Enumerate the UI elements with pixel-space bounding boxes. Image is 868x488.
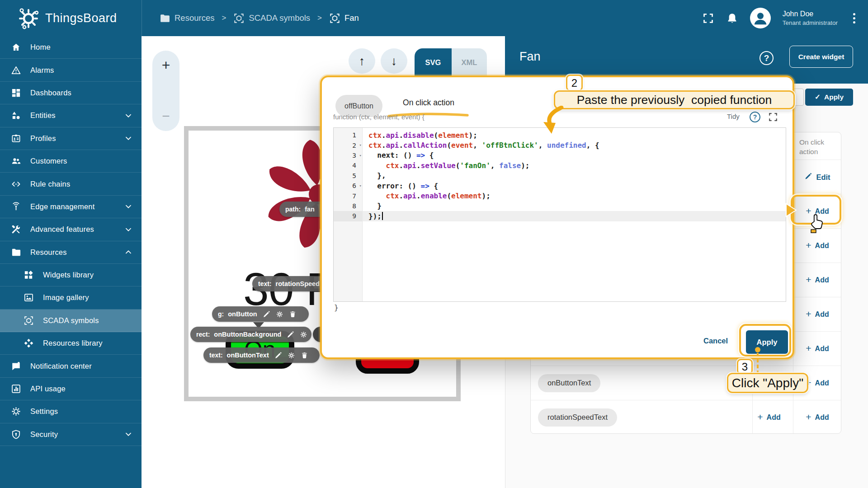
- add-value-action-button[interactable]: +Add: [757, 413, 780, 422]
- scada-icon: [233, 13, 245, 24]
- element-chip-rotationspeedtext[interactable]: rotationSpeedText: [538, 408, 617, 427]
- fold-caret-icon[interactable]: ▾: [359, 143, 362, 147]
- move-up-button[interactable]: ↑: [349, 48, 375, 74]
- sidebar-item-rule-chains[interactable]: Rule chains: [0, 173, 142, 195]
- zoom-out-button[interactable]: −: [152, 108, 179, 124]
- code-line-4[interactable]: 4 ctx.api.setValue('fanOn', false);: [334, 160, 786, 170]
- tidy-button[interactable]: Tidy: [727, 113, 740, 120]
- sidebar-item-image-gallery[interactable]: Image gallery: [0, 286, 142, 309]
- add-label: Add: [815, 276, 829, 284]
- sidebar-item-home[interactable]: Home: [0, 36, 142, 59]
- add-click-action-button[interactable]: +Add: [806, 310, 829, 319]
- add-arrow: [785, 202, 797, 218]
- add-click-action-button[interactable]: +Add: [806, 378, 829, 388]
- apply-highlight: [739, 324, 791, 357]
- tab-svg[interactable]: SVG: [415, 48, 452, 76]
- move-down-button[interactable]: ↓: [381, 48, 407, 74]
- sidebar-item-security[interactable]: Security: [0, 423, 142, 446]
- connector-dashed-line: [757, 353, 759, 374]
- step-2-badge: 2: [566, 75, 583, 91]
- connector-dot: [755, 347, 760, 352]
- sidebar-item-notification-center[interactable]: Notification center: [0, 355, 142, 377]
- sidebar-item-scada-symbols[interactable]: SCADA symbols: [0, 310, 142, 332]
- function-signature: function (ctx, element, event) {: [333, 113, 425, 121]
- add-click-action-button[interactable]: +Add: [806, 241, 829, 251]
- sidebar-item-customers[interactable]: Customers: [0, 150, 142, 173]
- chevron-down-icon: [123, 202, 133, 211]
- gear-icon[interactable]: [276, 310, 283, 318]
- code-line-8[interactable]: 8 }: [334, 201, 786, 211]
- sidebar-item-settings[interactable]: Settings: [0, 400, 142, 423]
- delete-icon[interactable]: [289, 310, 297, 318]
- add-label: Add: [815, 379, 829, 387]
- sidebar-item-api-usage[interactable]: API usage: [0, 378, 142, 400]
- header-divider: [142, 0, 142, 36]
- tab-on-click-action[interactable]: On click action: [390, 98, 467, 108]
- code-text: error: () => {: [363, 181, 786, 191]
- notifications-bell-icon[interactable]: [726, 12, 738, 24]
- gear-icon[interactable]: [300, 331, 307, 338]
- line-number: 1: [334, 130, 363, 140]
- more-menu-icon[interactable]: [849, 11, 859, 25]
- code-text: ctx.api.setValue('fanOn', false);: [363, 160, 786, 170]
- sidebar-item-profiles[interactable]: Profiles: [0, 127, 142, 150]
- code-line-7[interactable]: 7 ctx.api.enable(element);: [334, 191, 786, 201]
- sidebar-item-resources[interactable]: Resources: [0, 241, 142, 264]
- app-logo: ThingsBoard: [16, 6, 117, 30]
- sidebar-item-label: Entities: [30, 111, 56, 120]
- edit-icon[interactable]: [263, 310, 270, 318]
- zoom-in-button[interactable]: +: [152, 57, 179, 74]
- code-line-9[interactable]: 9});: [334, 211, 786, 221]
- fan-symbol[interactable]: [190, 115, 339, 269]
- element-chip-onbuttontext[interactable]: onButtonText: [538, 374, 600, 392]
- tab-xml[interactable]: XML: [452, 48, 487, 76]
- column-header-on-click-action: On click action: [799, 137, 843, 156]
- code-editor[interactable]: 1ctx.api.disable(element);2▾ctx.api.call…: [333, 127, 786, 302]
- editor-help-icon[interactable]: ?: [750, 112, 760, 122]
- edit-icon[interactable]: [287, 331, 294, 338]
- tag-type: g:: [218, 310, 224, 318]
- code-line-5[interactable]: 5 },: [334, 171, 786, 181]
- panel-title: Fan: [519, 50, 541, 64]
- fold-caret-icon[interactable]: ▾: [359, 183, 362, 188]
- add-click-action-button[interactable]: +Add: [806, 275, 829, 285]
- create-widget-button[interactable]: Create widget: [789, 46, 853, 68]
- panel-apply-button[interactable]: ✓ Apply: [805, 89, 853, 106]
- add-click-action-button[interactable]: +Add: [806, 344, 829, 354]
- code-line-3[interactable]: 3▾ next: () => {: [334, 150, 786, 160]
- sidebar-item-edge-management[interactable]: Edge management: [0, 196, 142, 218]
- tag-type: text:: [209, 352, 223, 359]
- top-bar-actions: John Doe Tenant administrator: [702, 0, 859, 36]
- sidebar-item-label: Resources: [30, 248, 67, 257]
- app-root: ThingsBoard Resources>SCADA symbols>Fan …: [0, 0, 868, 488]
- edit-icon[interactable]: [274, 352, 282, 359]
- breadcrumb-item-scada-symbols[interactable]: SCADA symbols: [233, 13, 310, 24]
- code-line-6[interactable]: 6▾ error: () => {: [334, 181, 786, 191]
- sidebar-item-widgets-library[interactable]: Widgets library: [0, 264, 142, 286]
- add-label: Add: [815, 413, 829, 422]
- delete-icon[interactable]: [301, 352, 308, 359]
- edit-action-button[interactable]: Edit: [804, 172, 830, 182]
- breadcrumb-label: SCADA symbols: [249, 13, 310, 23]
- cancel-button[interactable]: Cancel: [703, 337, 728, 345]
- sidebar-item-alarms[interactable]: Alarms: [0, 59, 142, 81]
- editor-fullscreen-icon[interactable]: [769, 113, 778, 122]
- code-line-2[interactable]: 2▾ctx.api.callAction(event, 'offBtnClick…: [334, 140, 786, 150]
- gear-icon[interactable]: [288, 352, 295, 359]
- help-icon[interactable]: ?: [760, 51, 774, 65]
- tag-name: onButtonText: [227, 352, 269, 359]
- sidebar-item-dashboards[interactable]: Dashboards: [0, 82, 142, 104]
- avatar[interactable]: [750, 8, 771, 28]
- user-block[interactable]: John Doe Tenant administrator: [783, 9, 838, 27]
- breadcrumb-item-resources[interactable]: Resources: [159, 13, 214, 24]
- breadcrumb-item-fan[interactable]: Fan: [329, 13, 359, 24]
- sidebar-item-advanced-features[interactable]: Advanced features: [0, 218, 142, 241]
- fullscreen-icon[interactable]: [702, 12, 714, 24]
- sidebar-item-resources-library[interactable]: Resources library: [0, 332, 142, 355]
- sidebar-item-label: Profiles: [30, 134, 56, 143]
- add-click-action-button[interactable]: +Add: [806, 413, 829, 422]
- line-number: 5: [334, 171, 363, 181]
- thingsboard-logo-icon: [16, 6, 40, 30]
- fold-caret-icon[interactable]: ▾: [359, 153, 362, 158]
- sidebar-item-entities[interactable]: Entities: [0, 104, 142, 127]
